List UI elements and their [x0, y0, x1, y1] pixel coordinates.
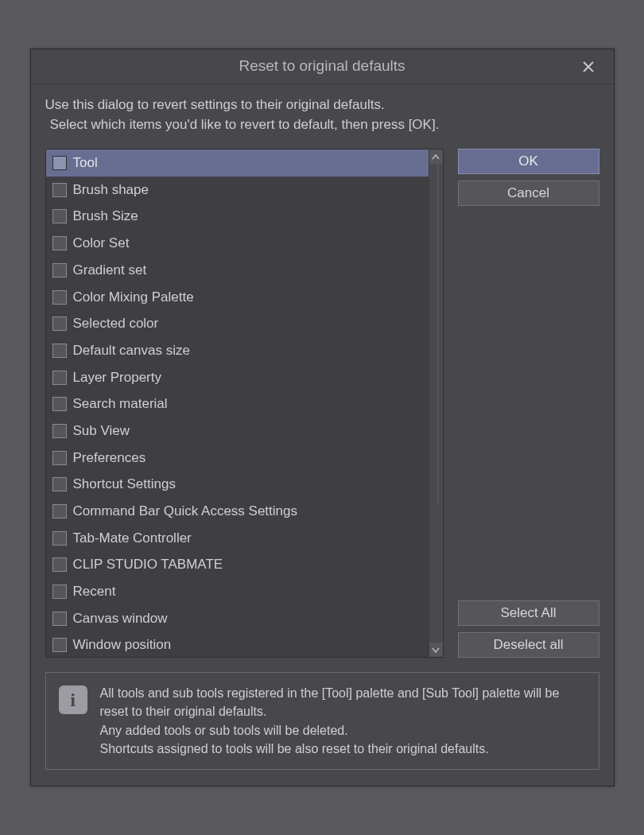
deselect-all-button[interactable]: Deselect all [458, 632, 599, 658]
list-item[interactable]: Tool [46, 150, 429, 177]
list-item[interactable]: Recent [46, 578, 429, 605]
item-list[interactable]: ToolBrush shapeBrush SizeColor SetGradie… [46, 150, 429, 657]
chevron-up-icon [432, 154, 440, 160]
list-item-label: Layer Property [73, 370, 162, 386]
checkbox[interactable] [52, 557, 67, 572]
list-item-label: Preferences [73, 450, 146, 466]
list-item[interactable]: Search material [46, 390, 429, 418]
list-item-label: CLIP STUDIO TABMATE [73, 557, 223, 573]
dialog-title: Reset to original defaults [239, 57, 405, 75]
cancel-button[interactable]: Cancel [458, 181, 599, 206]
list-item-label: Selected color [73, 316, 159, 332]
list-item-label: Tool [73, 155, 98, 171]
checkbox[interactable] [52, 612, 67, 626]
list-item[interactable]: Default canvas size [46, 337, 429, 364]
list-item[interactable]: Sub View [46, 418, 429, 445]
list-item-label: Tab-Mate Controller [73, 530, 192, 546]
info-line3: Shortcuts assigned to tools will be also… [100, 740, 586, 758]
list-item-label: Default canvas size [73, 343, 190, 359]
instructions-text: Use this dialog to revert settings to th… [45, 95, 599, 134]
scroll-up-button[interactable] [429, 150, 443, 164]
reset-defaults-dialog: Reset to original defaults Use this dial… [30, 49, 615, 786]
list-item[interactable]: Shortcut Settings [46, 472, 429, 499]
list-item-label: Shortcut Settings [73, 476, 176, 492]
list-item-label: Color Mixing Palette [73, 289, 194, 305]
checkbox[interactable] [52, 584, 67, 599]
scrollbar[interactable] [429, 150, 443, 657]
list-item[interactable]: Gradient set [46, 257, 429, 284]
list-item[interactable]: Color Set [46, 230, 429, 257]
list-item-label: Gradient set [73, 262, 147, 278]
list-item[interactable]: Brush Size [46, 204, 429, 231]
scroll-thumb[interactable] [437, 164, 439, 506]
checkbox[interactable] [52, 504, 67, 518]
select-all-button[interactable]: Select All [458, 600, 599, 626]
list-item-label: Brush shape [73, 182, 149, 198]
checkbox[interactable] [52, 156, 67, 170]
info-line1: All tools and sub tools registered in th… [100, 684, 586, 720]
checkbox[interactable] [52, 317, 67, 331]
checkbox[interactable] [52, 290, 67, 305]
checkbox[interactable] [52, 451, 67, 465]
list-item-label: Sub View [73, 423, 130, 439]
list-item[interactable]: Selected color [46, 310, 429, 337]
checkbox[interactable] [52, 209, 67, 223]
checkbox[interactable] [52, 344, 67, 358]
list-item[interactable]: Brush shape [46, 177, 429, 204]
right-button-column: OK Cancel Select All Deselect all [458, 149, 599, 658]
checkbox[interactable] [52, 531, 67, 546]
checkbox[interactable] [52, 477, 67, 491]
list-item[interactable]: Canvas window [46, 605, 429, 632]
info-icon: i [59, 685, 87, 714]
list-item-label: Color Set [73, 235, 130, 251]
info-panel: i All tools and sub tools registered in … [45, 672, 599, 770]
checkbox[interactable] [52, 263, 67, 278]
close-icon [582, 60, 595, 73]
scroll-down-button[interactable] [429, 643, 443, 657]
checkbox[interactable] [52, 183, 67, 197]
checkbox[interactable] [52, 371, 67, 385]
list-item[interactable]: Color Mixing Palette [46, 284, 429, 311]
info-line2: Any added tools or sub tools will be del… [100, 721, 586, 740]
checkbox[interactable] [52, 397, 67, 411]
list-item-label: Search material [73, 396, 168, 412]
titlebar: Reset to original defaults [31, 49, 614, 84]
ok-button[interactable]: OK [458, 149, 599, 174]
checkbox[interactable] [52, 638, 67, 652]
list-item-label: Command Bar Quick Access Settings [73, 503, 298, 519]
instructions-line2: Select which items you'd like to revert … [45, 115, 599, 135]
close-button[interactable] [574, 49, 603, 84]
list-item-label: Window position [73, 637, 172, 653]
item-list-container: ToolBrush shapeBrush SizeColor SetGradie… [45, 149, 444, 658]
list-item[interactable]: Command Bar Quick Access Settings [46, 498, 429, 525]
checkbox[interactable] [52, 236, 67, 250]
list-item[interactable]: Tab-Mate Controller [46, 525, 429, 552]
chevron-down-icon [432, 647, 440, 653]
checkbox[interactable] [52, 424, 67, 438]
list-item-label: Recent [73, 584, 116, 600]
list-item[interactable]: Preferences [46, 445, 429, 472]
list-item[interactable]: Window position [46, 632, 429, 658]
instructions-line1: Use this dialog to revert settings to th… [45, 95, 599, 115]
list-item-label: Brush Size [73, 208, 138, 224]
list-item[interactable]: CLIP STUDIO TABMATE [46, 552, 429, 579]
list-item[interactable]: Layer Property [46, 364, 429, 391]
info-text: All tools and sub tools registered in th… [100, 684, 586, 758]
list-item-label: Canvas window [73, 611, 168, 627]
